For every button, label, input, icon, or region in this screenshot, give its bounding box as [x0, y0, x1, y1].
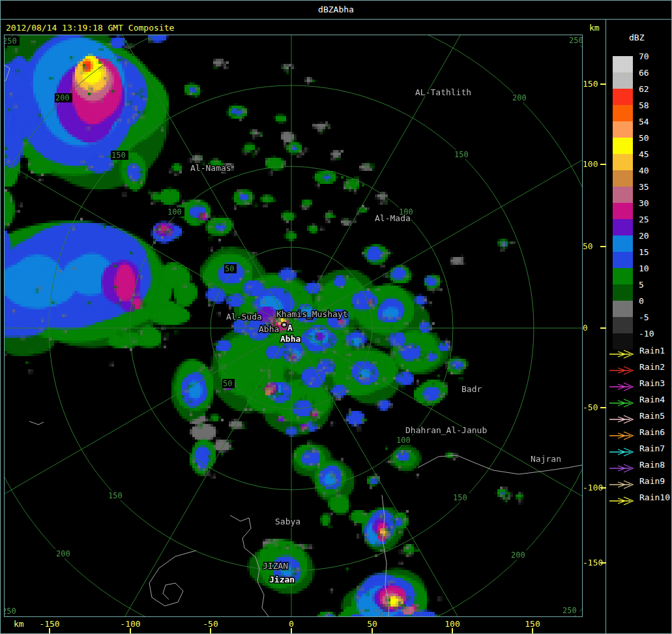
rain-arrow-icon — [608, 496, 638, 506]
x-axis-tick — [210, 628, 211, 634]
colorbar-value: -10 — [639, 329, 654, 339]
x-axis-tick — [452, 628, 453, 634]
ring-distance-label: 50 — [223, 379, 232, 388]
x-axis-tick — [372, 628, 373, 634]
rain-legend-row: Rain4 — [608, 395, 672, 411]
y-axis-label: 150 — [583, 79, 600, 89]
ring-distance-label: 250 — [569, 36, 582, 45]
rain-label: Rain7 — [639, 444, 665, 453]
range-ring — [5, 35, 582, 616]
azimuth-line — [291, 35, 493, 328]
rain-arrow-icon — [608, 398, 638, 408]
colorbar-value: 35 — [639, 182, 649, 192]
rain-arrow-icon — [608, 349, 638, 359]
colorbar-swatch — [613, 301, 633, 317]
rain-label: Rain1 — [639, 346, 665, 355]
colorbar-swatch — [613, 154, 633, 170]
colorbar-value: 15 — [639, 247, 649, 257]
place-label: AL-Tathlith — [415, 87, 471, 97]
ring-distance-label: 250 — [5, 37, 17, 46]
colorbar-value: 5 — [639, 280, 644, 290]
ring-distance-label: 150 — [111, 151, 126, 160]
y-axis-tick — [600, 164, 606, 165]
y-axis-label: 0 — [583, 323, 600, 333]
sidebar-divider — [606, 19, 606, 634]
colorbar-value: 40 — [639, 166, 649, 175]
colorbar-value: 45 — [639, 149, 649, 159]
rain-legend-row: Rain7 — [608, 444, 672, 460]
rain-arrow-icon — [608, 479, 638, 490]
colorbar-value: 25 — [639, 215, 649, 224]
y-axis-label: -50 — [583, 402, 600, 412]
place-label: Najran — [531, 454, 561, 464]
place-label: Al-Suda — [226, 312, 262, 322]
colorbar-swatch — [613, 235, 633, 252]
colorbar-swatch — [613, 252, 633, 268]
colorbar-value: 62 — [639, 84, 649, 94]
place-label: Sabya — [275, 517, 300, 526]
title-bar: dBZAbha — [1, 1, 671, 20]
y-axis-tick — [600, 83, 606, 85]
colorbar-value: 50 — [639, 133, 649, 143]
colorbar-value: 58 — [639, 100, 649, 110]
window-title: dBZAbha — [318, 5, 354, 14]
colorbar-value: 10 — [639, 264, 649, 273]
rain-label: Rain2 — [639, 362, 665, 372]
place-label: Al-Mada — [375, 213, 411, 223]
rain-label: Rain5 — [639, 411, 665, 421]
colorbar-value: -5 — [639, 312, 649, 322]
ring-distance-label: 150 — [108, 491, 123, 500]
range-ring — [5, 35, 582, 616]
ring-distance-label: 150 — [454, 150, 469, 159]
rain-arrow-icon — [608, 414, 638, 425]
ring-distance-label: 200 — [55, 93, 70, 102]
place-label: Dhahran_Al-Janub — [405, 425, 487, 435]
colorbar-swatch — [613, 72, 633, 89]
azimuth-line — [291, 328, 493, 616]
x-axis-label: 150 — [525, 619, 540, 629]
radar-display[interactable]: 2502001501005025020015010050150200250100… — [4, 35, 583, 617]
x-axis-label: 0 — [289, 619, 294, 629]
x-axis-label: 100 — [445, 619, 460, 629]
azimuth-line — [5, 126, 291, 328]
rain-label: Rain10 — [639, 492, 670, 502]
place-label: Abha — [259, 324, 279, 334]
ring-distance-label: 100 — [168, 207, 182, 217]
x-axis-tick — [130, 628, 131, 634]
colorbar-swatch — [613, 219, 633, 235]
place-label: Abha — [280, 334, 300, 344]
station-marker: A — [287, 323, 293, 333]
y-axis-label: 100 — [583, 159, 600, 169]
y-axis-tick — [600, 487, 606, 489]
colorbar-swatch — [613, 187, 633, 203]
colorbar-swatch — [613, 170, 633, 187]
right-axis-unit: km — [589, 23, 600, 33]
ring-distance-label: 250 — [5, 607, 16, 616]
rain-label: Rain8 — [639, 460, 665, 470]
colorbar-swatch — [613, 317, 633, 333]
colorbar-value: 20 — [639, 231, 649, 241]
colorbar-swatch — [613, 56, 633, 72]
timestamp-label: 2012/08/14 13:19:18 GMT Composite — [6, 23, 174, 33]
rain-label: Rain4 — [639, 395, 665, 404]
rain-legend-row: Rain1 — [608, 346, 672, 362]
rain-legend-row: Rain3 — [608, 378, 672, 395]
x-axis-tick — [532, 628, 533, 634]
rain-track-legend: Rain1Rain2Rain3Rain4Rain5Rain6Rain7Rain8… — [608, 346, 672, 509]
place-label: Al-Namas — [190, 163, 231, 173]
colorbar-value: 66 — [639, 68, 649, 78]
ring-distance-label: 200 — [511, 551, 525, 560]
map-overlay: 2502001501005025020015010050150200250100… — [5, 35, 582, 616]
rain-arrow-icon — [608, 447, 638, 457]
place-label: Badr — [461, 384, 482, 394]
y-axis-tick — [600, 327, 606, 329]
y-axis-tick — [600, 562, 606, 564]
ring-distance-label: 250 — [562, 606, 577, 615]
x-axis-label: -150 — [39, 619, 59, 629]
colorbar-swatch — [613, 138, 633, 154]
place-label: Khamis_Mushayt — [276, 309, 348, 319]
azimuth-line — [5, 328, 291, 530]
colorbar: 706662585450454035302520151050-5-10 — [613, 56, 671, 350]
colorbar-value: 54 — [639, 117, 649, 127]
x-axis-tick — [291, 628, 292, 634]
